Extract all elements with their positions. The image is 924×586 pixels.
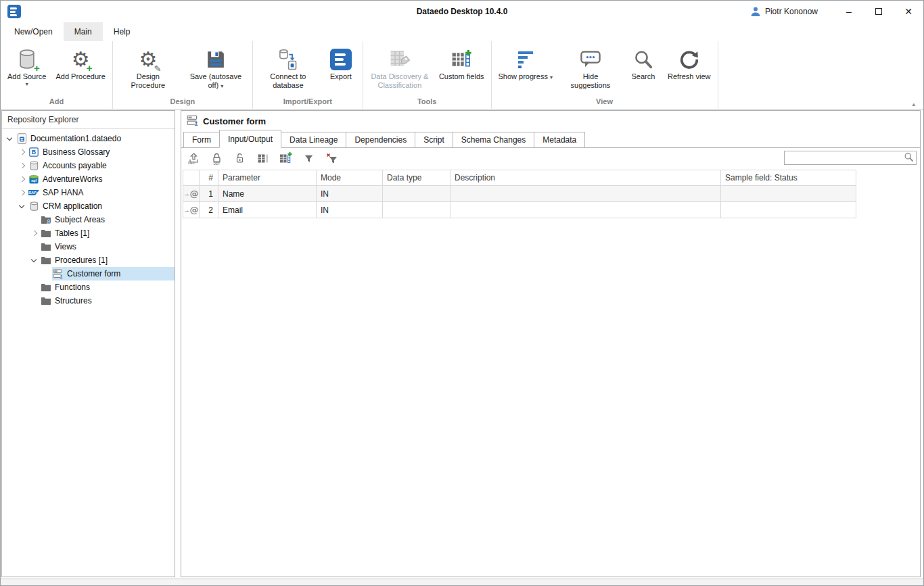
pencil-badge-icon: ✎ (154, 64, 161, 74)
cell-parameter[interactable]: Name (218, 186, 317, 202)
tree-item-label: Procedures [1] (55, 255, 108, 265)
export-icon (330, 49, 352, 70)
chevron-right-icon[interactable] (29, 228, 40, 239)
tree-item-customer-form[interactable]: Customer form (2, 267, 175, 280)
tree-item-accounts-payable[interactable]: Accounts payable (2, 159, 175, 172)
tree-item-label: CRM application (43, 201, 102, 211)
tree-item-label: SAP HANA (43, 188, 83, 197)
chevron-down-icon[interactable] (17, 201, 28, 212)
column-header-parameter[interactable]: Parameter (218, 170, 317, 186)
tree-item-crm-application[interactable]: CRM application (2, 199, 175, 213)
plus-badge-icon: + (34, 62, 40, 74)
row-indicator-header[interactable] (183, 170, 200, 186)
close-button[interactable]: ✕ (894, 1, 923, 22)
cell-description[interactable] (451, 202, 721, 218)
hide-suggestions-button[interactable]: Hide suggestions (558, 44, 623, 91)
tab-data-lineage[interactable]: Data Lineage (281, 132, 346, 147)
menu-new-open[interactable]: New/Open (3, 22, 64, 41)
tree-item-documentation1[interactable]: Documentation1.dataedo (2, 132, 175, 145)
column-chooser-button[interactable] (256, 151, 269, 165)
column-header-sample-field[interactable]: Sample field: Status (721, 170, 856, 186)
ribbon-group-design-label: Design (116, 96, 250, 107)
database-icon (28, 201, 39, 212)
add-custom-field-button[interactable] (279, 151, 292, 165)
cell-description[interactable] (451, 186, 721, 202)
cell-mode[interactable]: IN (317, 202, 383, 218)
table-row[interactable]: →@ 1 Name IN (183, 186, 856, 202)
tree-item-views[interactable]: Views (2, 240, 175, 253)
search-label: Search (632, 72, 655, 81)
grid-search-input[interactable] (785, 151, 904, 164)
tree-item-sap-hana[interactable]: SAP SAP HANA (2, 186, 175, 199)
cell-sample-field[interactable] (721, 186, 856, 202)
chevron-right-icon[interactable] (17, 160, 28, 171)
minimize-button[interactable]: – (834, 1, 864, 22)
hide-suggestions-label: Hide suggestions (562, 72, 619, 90)
maximize-button[interactable] (864, 1, 894, 22)
save-button[interactable]: Save (autosave off) ▾ (182, 44, 250, 91)
cell-num[interactable]: 2 (200, 202, 218, 218)
cell-mode[interactable]: IN (317, 186, 383, 202)
cell-data-type[interactable] (383, 186, 451, 202)
tree-item-business-glossary[interactable]: B Business Glossary (2, 145, 175, 159)
tab-form[interactable]: Form (183, 132, 220, 147)
cell-sample-field[interactable] (721, 202, 856, 218)
unlock-button[interactable] (233, 151, 246, 165)
add-procedure-button[interactable]: ⚙ + Add Procedure (51, 44, 109, 82)
menu-help[interactable]: Help (103, 22, 141, 41)
export-label: Export (330, 72, 352, 81)
tree-item-adventureworks[interactable]: sql AdventureWorks (2, 172, 175, 186)
column-chooser-icon (256, 152, 269, 165)
tree-item-label: Customer form (67, 269, 120, 278)
column-header-num[interactable]: # (200, 170, 218, 186)
user-account[interactable]: Piotr Kononow (750, 6, 818, 17)
menu-main[interactable]: Main (64, 22, 103, 41)
tree-item-label: Subject Areas (55, 215, 105, 224)
tab-input-output[interactable]: Input/Output (219, 130, 281, 148)
sap-icon: SAP (28, 187, 39, 198)
cell-parameter[interactable]: Email (218, 202, 317, 218)
tab-metadata[interactable]: Metadata (534, 132, 585, 147)
tree-item-subject-areas[interactable]: Subject Areas (2, 213, 175, 226)
connect-to-database-button[interactable]: Connect to database (256, 44, 321, 91)
tab-script[interactable]: Script (415, 132, 453, 147)
ribbon-group-view: Show progress ▾ Hide suggestions (492, 41, 718, 109)
repository-tree: Documentation1.dataedo B Business Glossa… (2, 129, 175, 308)
tree-item-tables[interactable]: Tables [1] (2, 226, 175, 240)
save-floppy-icon (206, 49, 226, 70)
tab-dependencies[interactable]: Dependencies (346, 132, 415, 147)
column-header-mode[interactable]: Mode (317, 170, 383, 186)
collapse-ribbon-icon[interactable]: ▴ (912, 101, 915, 107)
chevron-down-icon[interactable] (5, 133, 16, 144)
save-label: Save (autosave off) (190, 72, 241, 89)
chevron-right-icon[interactable] (17, 147, 28, 157)
menu-bar: New/Open Main Help (1, 22, 923, 41)
cell-data-type[interactable] (383, 202, 451, 218)
export-button[interactable]: Export (322, 44, 360, 82)
refresh-view-button[interactable]: Refresh view (664, 44, 715, 82)
tree-item-functions[interactable]: Functions (2, 280, 175, 294)
filter-button[interactable] (302, 151, 315, 165)
column-header-data-type[interactable]: Data type (383, 170, 451, 186)
tree-item-procedures[interactable]: Procedures [1] (2, 253, 175, 267)
chevron-placeholder (29, 282, 40, 293)
column-header-description[interactable]: Description (451, 170, 721, 186)
cell-num[interactable]: 1 (200, 186, 218, 202)
table-row[interactable]: →@ 2 Email IN (183, 202, 856, 218)
ribbon-search-button[interactable]: Search (624, 44, 662, 82)
lock-default-layout-button[interactable]: DEF (210, 151, 223, 165)
custom-fields-button[interactable]: Custom fields (435, 44, 488, 82)
tab-schema-changes[interactable]: Schema Changes (453, 132, 534, 147)
chevron-right-icon[interactable] (17, 187, 28, 198)
add-source-button[interactable]: + Add Source ▾ (3, 44, 50, 89)
reset-default-layout-button[interactable]: DEF (187, 151, 200, 165)
dropdown-caret-icon: ▾ (221, 83, 223, 89)
page-title: Customer form (203, 116, 266, 126)
svg-text:sql: sql (31, 178, 37, 182)
chevron-down-icon[interactable] (29, 255, 40, 266)
show-progress-button[interactable]: Show progress ▾ (494, 44, 557, 82)
chevron-right-icon[interactable] (17, 174, 28, 185)
design-procedure-button[interactable]: ⚙ ✎ Design Procedure (116, 44, 181, 91)
clear-filter-button[interactable] (325, 151, 338, 165)
tree-item-structures[interactable]: Structures (2, 294, 175, 308)
